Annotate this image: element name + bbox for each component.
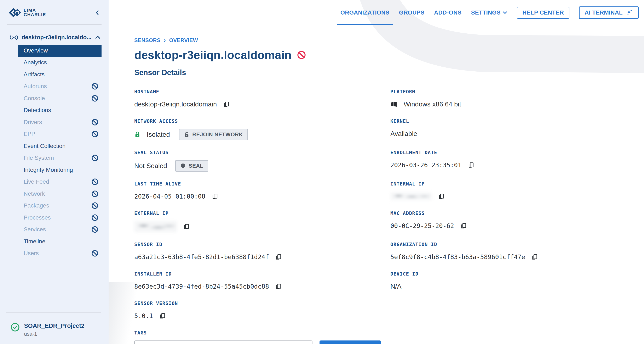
tags-select[interactable]: Select tags... (134, 340, 312, 344)
copy-icon[interactable] (212, 193, 218, 200)
breadcrumb-overview[interactable]: OVERVIEW (169, 37, 198, 43)
sidebar-item-users: Users (18, 248, 102, 260)
chevron-up-icon (95, 35, 101, 39)
external-ip-redacted-value (134, 221, 177, 232)
sidebar-item-file-system: File System (18, 152, 102, 164)
brand-text: LIMA CHARLIE (24, 8, 46, 17)
spacer (390, 301, 632, 320)
mac-address-value: 00-0C-29-25-20-62 (390, 222, 454, 230)
no-access-icon (91, 118, 99, 126)
copy-icon[interactable] (460, 222, 467, 229)
installer-id-value: 8e63ec3d-4739-4fed-8b24-55a45cb0dc88 (134, 283, 269, 290)
copy-icon[interactable] (468, 162, 474, 168)
copy-icon[interactable] (275, 254, 282, 260)
sidebar-item-services: Services (18, 224, 102, 236)
live-sensor-icon (10, 35, 18, 40)
sidebar-item-autoruns: Autoruns (18, 81, 102, 93)
unlock-icon (184, 132, 190, 137)
copy-icon[interactable] (531, 254, 538, 260)
sidebar-item-integrity-monitoring[interactable]: Integrity Monitoring (18, 164, 102, 176)
no-access-icon (91, 214, 99, 221)
sensor-header-expander[interactable]: desktop-r3eiiqn.localdo... (10, 33, 101, 42)
sidebar-sensor-name: desktop-r3eiiqn.localdo... (22, 34, 92, 41)
device-id-value: N/A (390, 283, 401, 290)
sidebar-collapse-button[interactable] (94, 10, 100, 16)
sidebar-item-console: Console (18, 92, 102, 104)
sidebar-item-live-feed: Live Feed (18, 176, 102, 188)
sensor-menu: Overview Analytics Artifacts Autoruns Co… (18, 45, 102, 259)
sidebar-item-epp: EPP (18, 128, 102, 140)
field-external-ip: EXTERNAL IP (134, 211, 390, 232)
sidebar-item-analytics[interactable]: Analytics (18, 57, 102, 69)
nav-settings[interactable]: SETTINGS (471, 0, 507, 25)
seal-button[interactable]: SEAL (175, 160, 208, 171)
copy-icon[interactable] (438, 193, 445, 200)
field-installer-id: INSTALLER ID 8e63ec3d-4739-4fed-8b24-55a… (134, 271, 390, 291)
field-sensor-version: SENSOR VERSION 5.0.1 (134, 301, 390, 320)
page-title: desktop-r3eiiqn.localdomain (134, 48, 632, 62)
field-mac-address: MAC ADDRESS 00-0C-29-25-20-62 (390, 211, 632, 232)
top-nav: ORGANIZATIONS GROUPS ADD-ONS SETTINGS HE… (340, 0, 638, 25)
platform-value: Windows x86 64 bit (404, 100, 461, 108)
sidebar: LIMA CHARLIE desktop-r3eiiqn.localdo... … (0, 0, 108, 344)
no-access-icon (91, 130, 99, 138)
organization-id-value: 5ef8c9f8-c4b8-4f83-b63a-589601cff47e (390, 253, 525, 261)
copy-icon[interactable] (183, 223, 190, 230)
sidebar-item-network: Network (18, 188, 102, 200)
prohibited-icon (297, 50, 306, 60)
windows-icon (390, 101, 398, 108)
field-sensor-id: SENSOR ID a63a21c3-63b8-4fe5-82d1-be6388… (134, 242, 390, 262)
sidebar-item-processes: Processes (18, 212, 102, 224)
copy-icon[interactable] (223, 101, 230, 107)
sidebar-item-overview[interactable]: Overview (18, 45, 102, 57)
sidebar-item-packages: Packages (18, 200, 102, 212)
copy-icon[interactable] (159, 312, 166, 319)
sidebar-item-timeline[interactable]: Timeline (18, 236, 102, 248)
last-time-alive-value: 2026-04-05 01:00:08 (134, 193, 205, 200)
field-tags: TAGS Select tags... UPDATE TAGS (134, 330, 390, 344)
no-access-icon (91, 154, 99, 162)
sidebar-item-artifacts[interactable]: Artifacts (18, 68, 102, 81)
organization-switcher[interactable]: SOAR_EDR_Project2 usa-1 (10, 322, 84, 337)
sidebar-item-event-collection[interactable]: Event Collection (18, 140, 102, 152)
field-hostname: HOSTNAME desktop-r3eiiqn.localdomain (134, 89, 390, 109)
ai-terminal-button[interactable]: AI TERMINAL (579, 7, 638, 19)
update-tags-button[interactable]: UPDATE TAGS (320, 340, 381, 344)
sidebar-item-detections[interactable]: Detections (18, 104, 102, 116)
hostname-value: desktop-r3eiiqn.localdomain (134, 100, 217, 108)
field-platform: PLATFORM Windows x86 64 bit (390, 89, 632, 109)
no-access-icon (91, 178, 99, 186)
sparkles-icon (626, 9, 633, 16)
rejoin-network-button[interactable]: REJOIN NETWORK (179, 129, 248, 140)
no-access-icon (91, 83, 99, 90)
no-access-icon (91, 95, 99, 102)
organization-name: SOAR_EDR_Project2 (24, 322, 84, 329)
nav-add-ons[interactable]: ADD-ONS (434, 0, 462, 25)
field-enrollment-date: ENROLLMENT DATE 2026-03-26 23:35:01 (390, 150, 632, 171)
nav-organizations[interactable]: ORGANIZATIONS (340, 0, 390, 25)
kernel-value: Available (390, 130, 417, 137)
help-center-button[interactable]: HELP CENTER (517, 7, 570, 19)
sensor-overview-page: SENSORS › OVERVIEW desktop-r3eiiqn.local… (134, 37, 632, 344)
copy-icon[interactable] (275, 283, 282, 290)
no-access-icon (91, 226, 99, 233)
sensor-id-value: a63a21c3-63b8-4fe5-82d1-be6388f1d24f (134, 253, 269, 261)
chevron-down-icon (503, 11, 507, 14)
no-access-icon (91, 250, 99, 257)
check-circle-icon (10, 322, 20, 332)
sensor-details-grid: HOSTNAME desktop-r3eiiqn.localdomain PLA… (134, 89, 632, 344)
breadcrumb-separator: › (164, 37, 166, 44)
network-access-value: Isolated (147, 131, 170, 138)
breadcrumb: SENSORS › OVERVIEW (134, 37, 632, 44)
no-access-icon (91, 202, 99, 209)
divider (6, 312, 101, 313)
enrollment-date-value: 2026-03-26 23:35:01 (390, 161, 462, 169)
field-internal-ip: INTERNAL IP (390, 181, 632, 201)
field-seal-status: SEAL STATUS Not Sealed SEAL (134, 150, 390, 171)
sensor-version-value: 5.0.1 (134, 312, 153, 319)
organization-region: usa-1 (24, 331, 84, 337)
limacharlie-logo (9, 8, 21, 18)
no-access-icon (91, 190, 99, 198)
nav-groups[interactable]: GROUPS (399, 0, 424, 25)
breadcrumb-sensors[interactable]: SENSORS (134, 37, 160, 43)
